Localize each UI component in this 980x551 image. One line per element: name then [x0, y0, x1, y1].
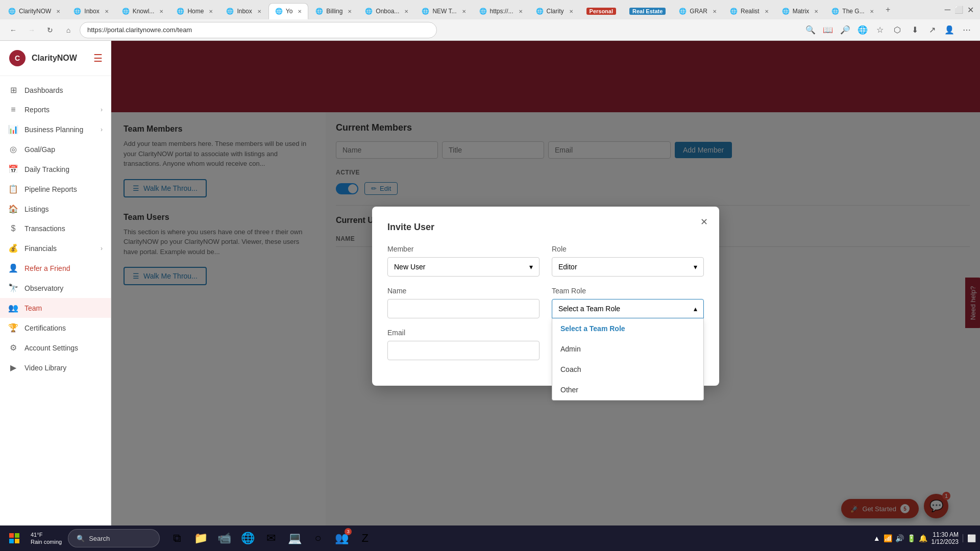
sidebar-item-refer-a-friend[interactable]: 👤 Refer a Friend [0, 258, 111, 278]
browser-tab-12[interactable]: Real Estate [623, 3, 672, 19]
download-icon[interactable]: ⬇ [908, 23, 922, 37]
search-browser-icon[interactable]: 🔍 [803, 23, 818, 37]
hamburger-menu[interactable]: ☰ [93, 52, 103, 64]
home-button[interactable]: ⌂ [61, 23, 76, 37]
share-icon[interactable]: ↗ [925, 23, 939, 37]
sidebar-item-business-planning[interactable]: 📊 Business Planning › [0, 119, 111, 139]
task-view-button[interactable]: ⧉ [166, 527, 188, 549]
restore-button[interactable]: ⬜ [954, 6, 963, 14]
browser-tab-4[interactable]: 🌐Inbox✕ [220, 3, 267, 19]
zoom-icon[interactable]: 🔎 [838, 23, 852, 37]
main-layout: C ClarityNOW ☰ ⊞ Dashboards ≡ Reports › … [0, 41, 980, 551]
url-input[interactable]: https://portal.claritynowre.com/team [80, 22, 437, 38]
dropdown-option-2[interactable]: Coach [552, 359, 703, 380]
tab-close-icon[interactable]: ✕ [56, 9, 60, 14]
file-explorer-app[interactable]: 📁 [189, 527, 212, 549]
notification-icon[interactable]: 🔔 [919, 534, 927, 542]
role-select[interactable]: Editor ▾ [552, 257, 704, 277]
browser-tab-3[interactable]: 🌐Home✕ [170, 3, 219, 19]
sidebar-item-account-settings[interactable]: ⚙ Account Settings [0, 338, 111, 358]
modal-close-button[interactable]: ✕ [697, 215, 711, 229]
browser-tab-15[interactable]: 🌐Matrix✕ [776, 3, 825, 19]
taskbar-search-box[interactable]: 🔍 Search [68, 529, 160, 547]
sidebar-item-reports[interactable]: ≡ Reports › [0, 100, 111, 119]
sidebar-item-goal/gap[interactable]: ◎ Goal/Gap [0, 139, 111, 159]
tab-close-icon[interactable]: ✕ [765, 9, 769, 14]
sidebar-item-dashboards[interactable]: ⊞ Dashboards [0, 80, 111, 100]
volume-icon[interactable]: 🔊 [895, 534, 904, 542]
collections-icon[interactable]: ⬡ [890, 23, 904, 37]
tab-close-icon[interactable]: ✕ [348, 9, 352, 14]
refresh-button[interactable]: ↻ [43, 23, 57, 37]
start-button[interactable] [4, 528, 24, 548]
zoom-app[interactable]: Z [354, 527, 376, 549]
sidebar-item-certifications[interactable]: 🏆 Certifications [0, 318, 111, 338]
back-button[interactable]: ← [6, 23, 20, 37]
dropdown-option-1[interactable]: Admin [552, 339, 703, 359]
email-field: Email [387, 329, 540, 360]
tab-close-icon[interactable]: ✕ [298, 9, 302, 14]
cortana-app[interactable]: ○ [307, 527, 329, 549]
profile-icon[interactable]: 👤 [942, 23, 957, 37]
new-tab-button[interactable]: + [881, 3, 895, 17]
dropdown-option-0[interactable]: Select a Team Role [552, 318, 703, 339]
modal-email-input[interactable] [387, 341, 540, 360]
tab-close-icon[interactable]: ✕ [569, 9, 573, 14]
modal-name-input[interactable] [387, 299, 540, 318]
browser-tab-9[interactable]: 🌐https://...✕ [473, 3, 529, 19]
sidebar-item-transactions[interactable]: $ Transactions [0, 219, 111, 238]
browser-tab-10[interactable]: 🌐Clarity✕ [530, 3, 579, 19]
translate-icon[interactable]: 🌐 [855, 23, 870, 37]
browser-tab-0[interactable]: 🌐ClarityNOW✕ [2, 3, 66, 19]
dropdown-option-3[interactable]: Other [552, 380, 703, 400]
video-call-app[interactable]: 📹 [213, 527, 235, 549]
dell-app[interactable]: 💻 [283, 527, 306, 549]
temperature: 41°F [31, 532, 62, 538]
show-hidden-icons[interactable]: ▲ [873, 534, 880, 542]
read-mode-icon[interactable]: 📖 [821, 23, 835, 37]
edge-browser-app[interactable]: 🌐 [236, 527, 259, 549]
browser-tab-1[interactable]: 🌐Inbox✕ [67, 3, 114, 19]
browser-tab-16[interactable]: 🌐The G...✕ [825, 3, 879, 19]
tab-close-icon[interactable]: ✕ [462, 9, 466, 14]
tab-close-icon[interactable]: ✕ [404, 9, 408, 14]
browser-tab-5[interactable]: 🌐Yo✕ [268, 3, 309, 19]
minimize-button[interactable]: ─ [945, 5, 950, 14]
tab-close-icon[interactable]: ✕ [159, 9, 163, 14]
sidebar-item-video-library[interactable]: ▶ Video Library [0, 358, 111, 378]
sidebar-item-observatory[interactable]: 🔭 Observatory [0, 278, 111, 298]
team-role-select[interactable]: Select a Team Role ▴ [552, 299, 704, 318]
battery-icon[interactable]: 🔋 [907, 534, 916, 542]
teams-app[interactable]: 👥 3 [330, 527, 353, 549]
sidebar-item-listings[interactable]: 🏠 Listings [0, 199, 111, 219]
sidebar-item-financials[interactable]: 💰 Financials › [0, 238, 111, 258]
sidebar-item-daily-tracking[interactable]: 📅 Daily Tracking [0, 159, 111, 179]
browser-tab-14[interactable]: 🌐Realist✕ [724, 3, 775, 19]
forward-button[interactable]: → [24, 23, 39, 37]
tab-close-icon[interactable]: ✕ [209, 9, 213, 14]
member-select[interactable]: New User ▾ [387, 257, 540, 277]
browser-tab-6[interactable]: 🌐Billing✕ [309, 3, 358, 19]
browser-tab-8[interactable]: 🌐NEW T...✕ [415, 3, 472, 19]
team-role-field: Team Role Select a Team Role ▴ Select a … [552, 287, 704, 318]
network-icon[interactable]: 📶 [884, 534, 892, 542]
browser-tab-13[interactable]: 🌐GRAR✕ [673, 3, 723, 19]
tab-close-icon[interactable]: ✕ [105, 9, 109, 14]
settings-icon[interactable]: ⋯ [960, 23, 974, 37]
tab-close-icon[interactable]: ✕ [713, 9, 717, 14]
browser-tab-7[interactable]: 🌐Onboa...✕ [359, 3, 414, 19]
tab-close-icon[interactable]: ✕ [870, 9, 874, 14]
tab-close-icon[interactable]: ✕ [519, 9, 523, 14]
show-desktop-button[interactable]: ⬜ [963, 534, 976, 542]
sidebar-item-team[interactable]: 👥 Team [0, 298, 111, 318]
tab-close-icon[interactable]: ✕ [257, 9, 261, 14]
system-clock[interactable]: 11:30 AM 1/12/2023 [932, 531, 959, 545]
favorites-icon[interactable]: ☆ [873, 23, 887, 37]
close-button[interactable]: ✕ [967, 5, 974, 15]
browser-tab-11[interactable]: Personal [580, 3, 622, 19]
weather-widget[interactable]: 41°F Rain coming [27, 532, 66, 545]
browser-tab-2[interactable]: 🌐Knowl...✕ [116, 3, 170, 19]
mail-app[interactable]: ✉ [260, 527, 282, 549]
sidebar-item-pipeline-reports[interactable]: 📋 Pipeline Reports [0, 179, 111, 199]
tab-close-icon[interactable]: ✕ [814, 9, 818, 14]
